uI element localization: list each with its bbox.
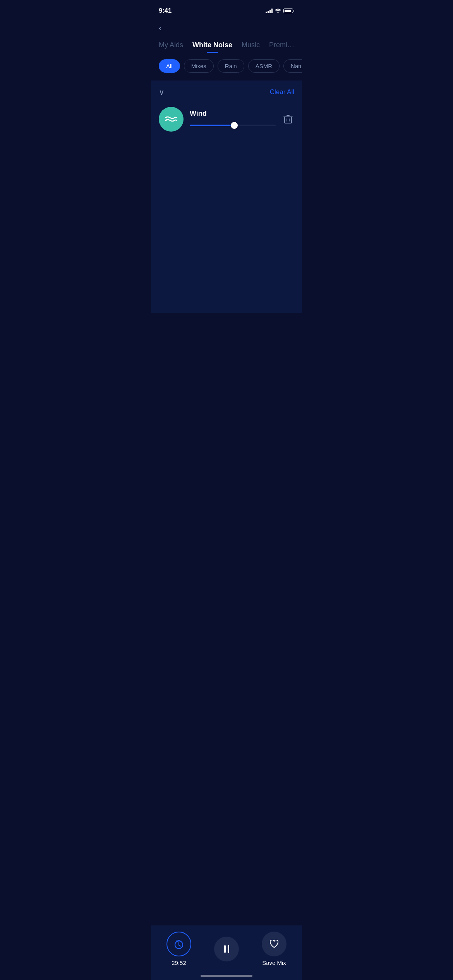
status-icons [266,8,294,14]
sound-item-wind: Wind [151,103,302,138]
tab-my-aids[interactable]: My Aids [159,39,188,53]
tabs-container: My Aids White Noise Music Premi… [151,34,302,53]
slider-fill [190,125,234,126]
delete-wind-button[interactable] [282,113,294,126]
svg-point-1 [166,120,167,121]
svg-rect-2 [285,117,292,123]
svg-point-0 [166,117,167,118]
tab-white-noise[interactable]: White Noise [188,39,237,53]
tab-premium[interactable]: Premi… [264,39,299,53]
filter-nature[interactable]: Nature [283,59,302,73]
wind-name: Wind [190,110,276,118]
signal-icon [266,9,273,13]
slider-thumb[interactable] [231,122,238,129]
clear-all-button[interactable]: Clear All [270,88,294,96]
filter-all[interactable]: All [159,59,180,73]
slider-track [190,125,276,126]
wind-icon-circle [159,107,184,132]
tab-music[interactable]: Music [237,39,264,53]
header: ‹ [151,19,302,34]
filter-asmr[interactable]: ASMR [248,59,280,73]
filter-rain[interactable]: Rain [218,59,244,73]
battery-icon [283,9,294,13]
wifi-icon [275,8,281,14]
filter-pills: All Mixes Rain ASMR Nature Anim… [151,53,302,81]
main-panel: ∨ Clear All Wind [151,81,302,313]
back-button[interactable]: ‹ [159,22,161,34]
collapse-chevron[interactable]: ∨ [159,87,165,97]
trash-icon [283,114,293,124]
panel-header: ∨ Clear All [151,81,302,103]
filter-mixes[interactable]: Mixes [184,59,214,73]
wind-slider[interactable] [190,122,276,129]
wind-controls: Wind [190,110,276,129]
status-time: 9:41 [159,7,172,15]
wind-svg-icon [165,114,178,125]
status-bar: 9:41 [151,0,302,19]
